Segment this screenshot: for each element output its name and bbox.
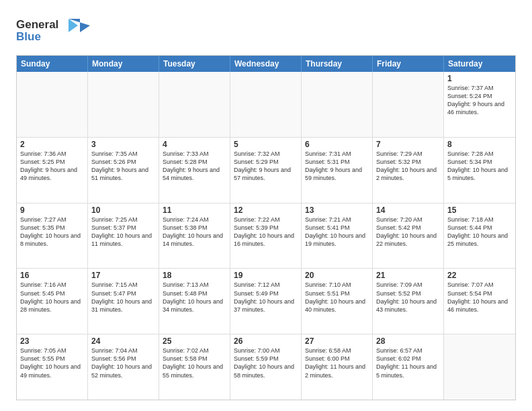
day-cell-6: 6Sunrise: 7:31 AM Sunset: 5:31 PM Daylig… [302,138,373,203]
day-number: 17 [91,271,155,280]
day-number: 20 [305,271,369,280]
day-cell-28: 28Sunrise: 6:57 AM Sunset: 6:02 PM Dayli… [373,334,444,400]
day-info: Sunrise: 7:18 AM Sunset: 5:44 PM Dayligh… [447,216,512,248]
header-cell-thursday: Thursday [302,56,373,72]
day-cell-15: 15Sunrise: 7:18 AM Sunset: 5:44 PM Dayli… [444,203,515,269]
day-number: 6 [305,140,369,149]
day-cell-23: 23Sunrise: 7:05 AM Sunset: 5:55 PM Dayli… [17,334,88,400]
day-info: Sunrise: 7:21 AM Sunset: 5:41 PM Dayligh… [305,216,369,248]
day-info: Sunrise: 7:02 AM Sunset: 5:58 PM Dayligh… [163,347,226,379]
day-number: 25 [163,336,226,346]
day-number: 23 [20,336,84,346]
header-cell-saturday: Saturday [444,56,515,72]
day-number: 19 [234,271,298,280]
day-info: Sunrise: 7:36 AM Sunset: 5:25 PM Dayligh… [20,150,84,183]
day-number: 9 [20,205,84,215]
header: General Blue [16,13,516,48]
day-number: 15 [447,205,512,215]
day-number: 13 [305,205,369,215]
day-cell-14: 14Sunrise: 7:20 AM Sunset: 5:42 PM Dayli… [373,203,444,269]
calendar: SundayMondayTuesdayWednesdayThursdayFrid… [16,55,516,400]
day-info: Sunrise: 7:10 AM Sunset: 5:51 PM Dayligh… [305,281,369,314]
empty-cell-0-2 [159,72,230,137]
day-cell-26: 26Sunrise: 7:00 AM Sunset: 5:59 PM Dayli… [230,334,302,400]
day-info: Sunrise: 7:09 AM Sunset: 5:52 PM Dayligh… [376,281,440,314]
empty-cell-0-3 [230,72,302,137]
day-number: 16 [20,271,84,280]
day-cell-7: 7Sunrise: 7:29 AM Sunset: 5:32 PM Daylig… [373,138,444,203]
day-number: 12 [234,205,298,215]
empty-cell-4-6 [444,334,515,400]
day-number: 21 [376,271,440,280]
day-cell-5: 5Sunrise: 7:32 AM Sunset: 5:29 PM Daylig… [230,138,302,203]
logo-text: General Blue [16,13,90,48]
day-number: 14 [376,205,440,215]
day-info: Sunrise: 7:22 AM Sunset: 5:39 PM Dayligh… [234,216,298,248]
day-cell-12: 12Sunrise: 7:22 AM Sunset: 5:39 PM Dayli… [230,203,302,269]
empty-cell-0-1 [88,72,159,137]
empty-cell-0-5 [373,72,444,137]
day-cell-2: 2Sunrise: 7:36 AM Sunset: 5:25 PM Daylig… [17,138,88,203]
header-cell-tuesday: Tuesday [159,56,230,72]
day-info: Sunrise: 7:25 AM Sunset: 5:37 PM Dayligh… [91,216,155,248]
day-info: Sunrise: 7:04 AM Sunset: 5:56 PM Dayligh… [91,347,155,379]
day-number: 26 [234,336,298,346]
calendar-body: 1Sunrise: 7:37 AM Sunset: 5:24 PM Daylig… [17,72,515,400]
day-info: Sunrise: 7:16 AM Sunset: 5:45 PM Dayligh… [20,281,84,314]
day-number: 10 [91,205,155,215]
header-cell-sunday: Sunday [17,56,88,72]
day-number: 11 [163,205,226,215]
day-info: Sunrise: 7:07 AM Sunset: 5:54 PM Dayligh… [447,281,512,314]
calendar-row-3: 16Sunrise: 7:16 AM Sunset: 5:45 PM Dayli… [17,268,515,334]
day-number: 7 [376,140,440,149]
day-cell-13: 13Sunrise: 7:21 AM Sunset: 5:41 PM Dayli… [302,203,373,269]
day-number: 1 [447,74,512,83]
day-info: Sunrise: 7:24 AM Sunset: 5:38 PM Dayligh… [163,216,226,248]
day-cell-21: 21Sunrise: 7:09 AM Sunset: 5:52 PM Dayli… [373,269,444,334]
day-number: 27 [305,336,369,346]
day-number: 28 [376,336,440,346]
day-number: 5 [234,140,298,149]
day-info: Sunrise: 7:28 AM Sunset: 5:34 PM Dayligh… [447,150,512,183]
day-number: 4 [163,140,226,149]
calendar-row-2: 9Sunrise: 7:27 AM Sunset: 5:35 PM Daylig… [17,203,515,269]
calendar-row-4: 23Sunrise: 7:05 AM Sunset: 5:55 PM Dayli… [17,334,515,400]
calendar-row-1: 2Sunrise: 7:36 AM Sunset: 5:25 PM Daylig… [17,137,515,203]
day-info: Sunrise: 7:12 AM Sunset: 5:49 PM Dayligh… [234,281,298,314]
day-cell-17: 17Sunrise: 7:15 AM Sunset: 5:47 PM Dayli… [88,269,159,334]
day-info: Sunrise: 7:15 AM Sunset: 5:47 PM Dayligh… [91,281,155,314]
header-cell-wednesday: Wednesday [230,56,302,72]
svg-text:Blue: Blue [16,30,41,43]
day-info: Sunrise: 7:37 AM Sunset: 5:24 PM Dayligh… [447,84,512,117]
page: General Blue SundayMondayTuesdayWednesda… [0,0,532,411]
day-number: 22 [447,271,512,280]
day-info: Sunrise: 7:13 AM Sunset: 5:48 PM Dayligh… [163,281,226,314]
day-info: Sunrise: 7:27 AM Sunset: 5:35 PM Dayligh… [20,216,84,248]
day-cell-8: 8Sunrise: 7:28 AM Sunset: 5:34 PM Daylig… [444,138,515,203]
day-info: Sunrise: 6:58 AM Sunset: 6:00 PM Dayligh… [305,347,369,379]
day-cell-9: 9Sunrise: 7:27 AM Sunset: 5:35 PM Daylig… [17,203,88,269]
calendar-header: SundayMondayTuesdayWednesdayThursdayFrid… [17,56,515,72]
day-cell-11: 11Sunrise: 7:24 AM Sunset: 5:38 PM Dayli… [159,203,230,269]
day-cell-22: 22Sunrise: 7:07 AM Sunset: 5:54 PM Dayli… [444,269,515,334]
day-info: Sunrise: 7:31 AM Sunset: 5:31 PM Dayligh… [305,150,369,183]
empty-cell-0-0 [17,72,88,137]
day-cell-19: 19Sunrise: 7:12 AM Sunset: 5:49 PM Dayli… [230,269,302,334]
day-info: Sunrise: 7:35 AM Sunset: 5:26 PM Dayligh… [91,150,155,183]
calendar-row-0: 1Sunrise: 7:37 AM Sunset: 5:24 PM Daylig… [17,72,515,137]
day-cell-24: 24Sunrise: 7:04 AM Sunset: 5:56 PM Dayli… [88,334,159,400]
day-cell-20: 20Sunrise: 7:10 AM Sunset: 5:51 PM Dayli… [302,269,373,334]
empty-cell-0-4 [302,72,373,137]
day-info: Sunrise: 7:20 AM Sunset: 5:42 PM Dayligh… [376,216,440,248]
day-info: Sunrise: 7:00 AM Sunset: 5:59 PM Dayligh… [234,347,298,379]
day-cell-10: 10Sunrise: 7:25 AM Sunset: 5:37 PM Dayli… [88,203,159,269]
day-cell-27: 27Sunrise: 6:58 AM Sunset: 6:00 PM Dayli… [302,334,373,400]
day-info: Sunrise: 7:29 AM Sunset: 5:32 PM Dayligh… [376,150,440,183]
day-number: 2 [20,140,84,149]
day-info: Sunrise: 7:32 AM Sunset: 5:29 PM Dayligh… [234,150,298,183]
header-cell-friday: Friday [373,56,444,72]
day-cell-3: 3Sunrise: 7:35 AM Sunset: 5:26 PM Daylig… [88,138,159,203]
day-cell-1: 1Sunrise: 7:37 AM Sunset: 5:24 PM Daylig… [444,72,515,137]
day-cell-16: 16Sunrise: 7:16 AM Sunset: 5:45 PM Dayli… [17,269,88,334]
header-cell-monday: Monday [88,56,159,72]
